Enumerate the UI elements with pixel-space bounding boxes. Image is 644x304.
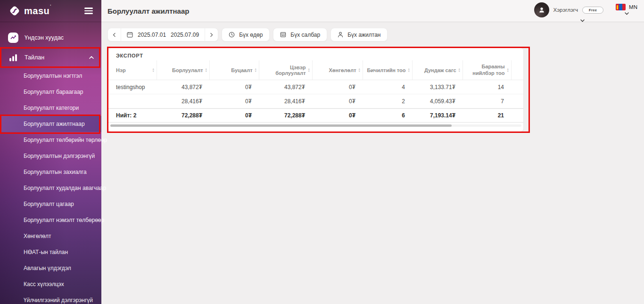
prev-date-button[interactable]	[108, 28, 121, 41]
all-staff-label: Бүх ажилтан	[347, 32, 380, 38]
sort-icon[interactable]: ▲▼	[358, 68, 361, 73]
avatar[interactable]	[534, 2, 549, 17]
user-menu[interactable]: Хэрэглэгч Free	[534, 2, 604, 22]
home-trend-icon	[8, 33, 19, 43]
sidebar-item-cash-handover[interactable]: Касс хүлээлцэх	[0, 276, 101, 292]
hamburger-menu-icon[interactable]	[84, 8, 93, 14]
sort-icon[interactable]: ▲▼	[408, 68, 410, 73]
all-staff-filter[interactable]: Бүх ажилтан	[330, 28, 388, 41]
masu-logo-text: masu'	[24, 6, 51, 16]
horizontal-scrollbar-track[interactable]	[110, 124, 521, 127]
date-to-field[interactable]: 2025.07.09	[171, 32, 199, 38]
cell-return: 0₮	[210, 80, 259, 94]
submenu-label: Борлуулалт худалдан авагчаар	[24, 185, 106, 191]
date-range-control: 2025.07.01 2025.07.09	[107, 28, 218, 41]
cell-receipt-count: 2	[363, 94, 413, 108]
total-label: Нийт: 2	[108, 109, 157, 122]
submenu-label: Борлуулалт бараагаар	[24, 89, 83, 95]
sidebar-item-sales-by-payment-type[interactable]: Борлуулалт төлбөрийн төрлөөр	[0, 132, 101, 148]
top-header: Борлуулалт ажилтнаар Хэрэглэгч Free	[101, 0, 644, 22]
next-date-button[interactable]	[205, 28, 218, 41]
total-items: 21	[463, 109, 512, 122]
total-receipt-count: 6	[363, 109, 413, 122]
export-button[interactable]: ЭКСПОРТ	[116, 53, 143, 58]
cell-total-items: 14	[463, 80, 512, 94]
sidebar-item-sales-orders[interactable]: Борлуулалтын захиалга	[0, 164, 101, 180]
sidebar-item-sales-summary[interactable]: Борлуулалтын нэгтгэл	[0, 68, 101, 84]
sidebar-item-sales-by-product[interactable]: Борлуулалт бараагаар	[0, 84, 101, 100]
date-range-display: 2025.07.01 2025.07.09	[121, 28, 205, 41]
cell-net-sales: 43,872₮	[259, 80, 313, 94]
sidebar-item-reports[interactable]: Тайлан	[0, 47, 101, 68]
sidebar-item-sales-extra-fees[interactable]: Борлуулалт нэмэлт төлбөрөөр	[0, 212, 101, 228]
sidebar-item-discount[interactable]: Хөнгөлөлт	[0, 228, 101, 244]
bar-chart-icon	[8, 54, 19, 61]
col-header-sales[interactable]: Борлуулалт▲▼	[157, 60, 210, 80]
sidebar-item-sales-by-category[interactable]: Борлуулалт категори	[0, 100, 101, 116]
cell-clipped	[512, 80, 523, 94]
cell-net-sales: 28,416₮	[259, 94, 313, 108]
date-from-field[interactable]: 2025.07.01	[138, 32, 166, 38]
cell-name: testingshop	[108, 80, 157, 94]
total-return: 0₮	[210, 109, 259, 122]
plan-badge[interactable]: Free	[582, 7, 603, 14]
sort-icon[interactable]: ▲▼	[255, 68, 257, 73]
filter-bar: 2025.07.01 2025.07.09 Бүх өдөр Бүх салба…	[107, 28, 388, 41]
cell-avg-basket: 3,133.71₮	[413, 80, 463, 94]
report-table-card: ЭКСПОРТ Нэр▲▼ Борлуулалт▲▼ Буцаалт▲▼ Цэв…	[108, 48, 523, 131]
col-header-avg-basket[interactable]: Дундаж сагс▲▼	[413, 60, 463, 80]
submenu-label: Борлуулалтын нэгтгэл	[24, 73, 82, 79]
submenu-label: Касс хүлээлцэх	[24, 281, 64, 288]
masu-logo[interactable]: masu'	[8, 5, 51, 17]
masu-logo-icon	[8, 5, 21, 17]
all-days-label: Бүх өдөр	[239, 32, 263, 38]
cell-sales: 43,872₮	[157, 80, 210, 94]
all-days-filter[interactable]: Бүх өдөр	[222, 28, 270, 41]
total-clipped	[512, 109, 523, 122]
horizontal-scrollbar-thumb[interactable]	[110, 124, 452, 127]
col-header-name[interactable]: Нэр▲▼	[108, 60, 157, 80]
submenu-label: Борлуулалт ажилтнаар	[24, 121, 85, 127]
chevron-down-icon	[580, 19, 585, 22]
submenu-label: Борлуулалт нэмэлт төлбөрөөр	[24, 217, 104, 223]
clock-icon	[229, 32, 235, 38]
total-avg-basket: 7,193.14₮	[413, 109, 463, 122]
sort-icon[interactable]: ▲▼	[152, 68, 155, 73]
col-header-discount[interactable]: Хөнгөлөлт▲▼	[313, 60, 363, 80]
submenu-label: Борлуулалтын дэлгэрэнгүй	[24, 153, 95, 159]
cell-avg-basket: 4,059.43₮	[413, 94, 463, 108]
submenu-label: Борлуулалт категори	[24, 105, 79, 111]
col-header-clipped[interactable]: Бар	[512, 60, 523, 80]
sidebar-item-home[interactable]: Үндсэн хуудас	[0, 28, 101, 47]
all-branches-filter[interactable]: Бүх салбар	[273, 28, 327, 41]
sort-icon[interactable]: ▲▼	[308, 68, 310, 73]
cell-name	[108, 94, 157, 108]
cell-receipt-count: 4	[363, 80, 413, 94]
page-title: Борлуулалт ажилтнаар	[107, 0, 189, 22]
sidebar-item-sales-by-customer[interactable]: Борлуулалт худалдан авагчаар	[0, 180, 101, 196]
col-header-receipt-count[interactable]: Бичилтийн тоо▲▼	[363, 60, 413, 80]
cell-discount: 0₮	[313, 80, 363, 94]
sort-icon[interactable]: ▲▼	[458, 68, 461, 73]
table-row[interactable]: 28,416₮ 0₮ 28,416₮ 0₮ 2 4,059.43₮ 7	[108, 94, 523, 108]
sidebar-item-service-detail[interactable]: Үйлчилгээний дэлгэрэнгүй	[0, 292, 101, 304]
table-row[interactable]: testingshop 43,872₮ 0₮ 43,872₮ 0₮ 4 3,13…	[108, 80, 523, 94]
sidebar-item-sales-by-hour[interactable]: Борлуулалт цагаар	[0, 196, 101, 212]
sidebar-item-sales-detail[interactable]: Борлуулалтын дэлгэрэнгүй	[0, 148, 101, 164]
col-header-net-sales[interactable]: Цэвэр борлуулалт▲▼	[259, 60, 313, 80]
sidebar-item-label: Үндсэн хуудас	[25, 34, 64, 41]
sort-icon[interactable]: ▲▼	[507, 68, 509, 73]
col-header-total-items[interactable]: Барааны нийлбэр тоо▲▼	[463, 60, 512, 80]
sidebar-header: masu'	[0, 0, 101, 22]
submenu-label: Авлагын үлдэгдэл	[24, 265, 71, 271]
app-window: masu' Үндсэн хуудас	[0, 0, 644, 304]
sidebar-item-vat-report[interactable]: НӨАТ-ын тайлан	[0, 244, 101, 260]
col-header-return[interactable]: Буцаалт▲▼	[210, 60, 259, 80]
submenu-label: Хөнгөлөлт	[24, 233, 51, 239]
sidebar-item-receivables[interactable]: Авлагын үлдэгдэл	[0, 260, 101, 276]
sort-icon[interactable]: ▲▼	[205, 68, 207, 73]
language-selector[interactable]: MN	[616, 2, 637, 22]
sidebar-item-sales-by-employee[interactable]: Борлуулалт ажилтнаар	[0, 116, 101, 132]
storefront-icon	[280, 32, 286, 38]
submenu-label: Үйлчилгээний дэлгэрэнгүй	[24, 297, 93, 304]
